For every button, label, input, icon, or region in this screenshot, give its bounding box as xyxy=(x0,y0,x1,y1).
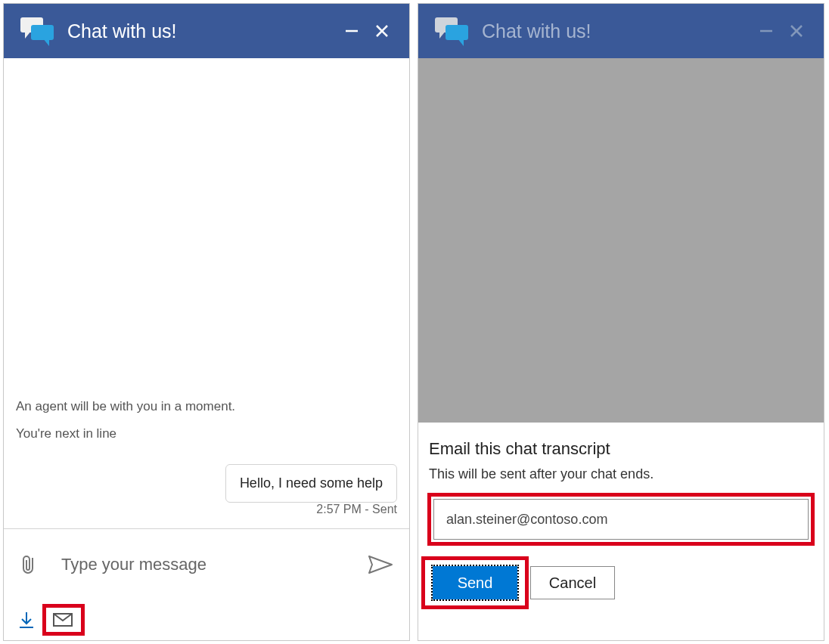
close-button[interactable] xyxy=(367,16,397,46)
svg-marker-7 xyxy=(369,556,392,573)
download-transcript-button[interactable] xyxy=(16,609,37,630)
chat-body: An agent will be with you in a moment. Y… xyxy=(4,58,409,528)
svg-marker-3 xyxy=(43,39,49,46)
svg-rect-2 xyxy=(31,25,54,40)
chat-header: Chat with us! xyxy=(418,4,824,58)
chat-window-left: Chat with us! An agent will be with you … xyxy=(3,3,410,641)
chat-title: Chat with us! xyxy=(482,20,751,42)
highlight-email-button xyxy=(42,604,85,636)
minimize-button[interactable] xyxy=(337,16,367,46)
cancel-button-label: Cancel xyxy=(549,574,596,591)
chat-icon xyxy=(435,16,468,46)
chat-icon xyxy=(20,16,54,46)
svg-rect-13 xyxy=(446,25,468,40)
minimize-button[interactable] xyxy=(751,16,781,46)
status-line-1: An agent will be with you in a moment. xyxy=(16,399,397,414)
attachment-icon[interactable] xyxy=(19,553,40,576)
svg-marker-14 xyxy=(458,39,464,46)
message-input-area: Type your message xyxy=(4,528,409,599)
send-icon[interactable] xyxy=(367,555,394,574)
message-input[interactable]: Type your message xyxy=(61,555,367,574)
close-button[interactable] xyxy=(781,16,812,46)
highlight-send-button xyxy=(421,556,529,609)
user-message-meta: 2:57 PM - Sent xyxy=(16,503,397,516)
dialog-heading: Email this chat transcript xyxy=(429,439,813,459)
email-transcript-dialog: Email this chat transcript This will be … xyxy=(418,423,824,640)
highlight-email-input xyxy=(427,493,815,546)
chat-header: Chat with us! xyxy=(4,4,409,58)
dialog-subtext: This will be sent after your chat ends. xyxy=(429,466,813,482)
cancel-button[interactable]: Cancel xyxy=(530,566,615,599)
chat-title: Chat with us! xyxy=(67,20,337,42)
svg-marker-12 xyxy=(439,31,446,39)
svg-marker-1 xyxy=(25,31,31,39)
chat-window-right: Chat with us! An agent will be with you … xyxy=(418,3,824,641)
status-line-2: You're next in line xyxy=(16,426,397,441)
user-message-bubble: Hello, I need some help xyxy=(225,464,397,503)
